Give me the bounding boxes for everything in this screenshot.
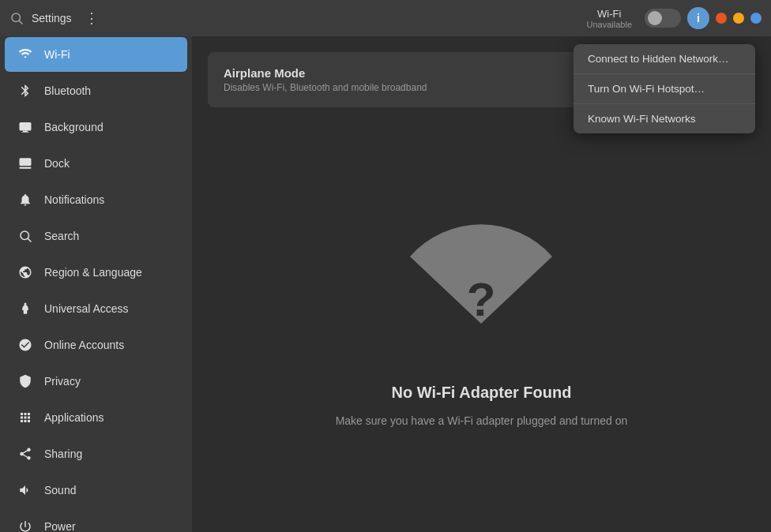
privacy-label: Privacy xyxy=(44,375,81,388)
svg-line-8 xyxy=(28,238,31,242)
notifications-icon xyxy=(17,192,33,208)
minimize-button[interactable] xyxy=(733,13,744,24)
svg-rect-5 xyxy=(20,158,32,166)
maximize-button[interactable] xyxy=(750,13,762,24)
sidebar-item-privacy[interactable]: Privacy xyxy=(5,364,187,399)
wifi-question-icon: ? xyxy=(386,213,576,371)
svg-point-7 xyxy=(21,231,29,240)
wifi-label: Wi-Fi xyxy=(44,48,70,61)
applications-label: Applications xyxy=(44,411,104,424)
wifi-icon xyxy=(17,47,33,62)
dock-icon xyxy=(17,155,33,171)
privacy-icon xyxy=(17,373,33,389)
airplane-mode-description: Disables Wi-Fi, Bluetooth and mobile bro… xyxy=(224,82,427,93)
universal-access-label: Universal Access xyxy=(44,302,129,315)
background-icon xyxy=(17,119,33,135)
sidebar-item-universal-access[interactable]: Universal Access xyxy=(5,291,187,326)
svg-text:?: ? xyxy=(467,273,496,326)
wifi-title-label: Wi-Fi xyxy=(597,8,621,20)
titlebar-left: Settings ⋮ xyxy=(9,6,103,30)
svg-point-0 xyxy=(12,13,21,22)
power-icon xyxy=(17,519,33,532)
sidebar-item-applications[interactable]: Applications xyxy=(5,400,187,435)
sidebar-item-bluetooth[interactable]: Bluetooth xyxy=(5,73,187,108)
bluetooth-label: Bluetooth xyxy=(44,84,91,97)
sidebar-item-sound[interactable]: Sound xyxy=(5,473,187,508)
titlebar-menu-button[interactable]: ⋮ xyxy=(80,6,103,30)
svg-rect-4 xyxy=(22,132,29,133)
svg-line-1 xyxy=(19,21,22,24)
sidebar-item-online-accounts[interactable]: Online Accounts xyxy=(5,328,187,362)
no-wifi-title: No Wi-Fi Adapter Found xyxy=(392,384,572,402)
search-icon xyxy=(17,228,33,244)
dock-label: Dock xyxy=(44,157,70,170)
sidebar: Wi-FiBluetoothBackgroundDockNotification… xyxy=(0,36,192,532)
sharing-label: Sharing xyxy=(44,448,82,460)
sidebar-item-notifications[interactable]: Notifications xyxy=(5,182,187,217)
sidebar-item-dock[interactable]: Dock xyxy=(5,146,187,181)
dropdown-item-2[interactable]: Known Wi-Fi Networks xyxy=(574,104,755,133)
no-wifi-area: ? No Wi-Fi Adapter Found Make sure you h… xyxy=(336,123,628,516)
wifi-toggle[interactable] xyxy=(645,9,681,28)
universal-access-icon xyxy=(17,301,33,317)
search-label: Search xyxy=(44,230,79,242)
content-area: Airplane Mode Disables Wi-Fi, Bluetooth … xyxy=(192,36,771,532)
sidebar-item-background[interactable]: Background xyxy=(5,110,187,144)
dropdown-menu: Connect to Hidden Network…Turn On Wi-Fi … xyxy=(574,44,755,133)
online-accounts-label: Online Accounts xyxy=(44,339,124,351)
svg-rect-2 xyxy=(20,122,32,131)
sound-label: Sound xyxy=(44,484,76,496)
notifications-label: Notifications xyxy=(44,193,104,206)
sound-icon xyxy=(17,482,33,498)
close-button[interactable] xyxy=(716,13,727,24)
power-label: Power xyxy=(44,520,76,532)
titlebar-right: Wi-Fi Unavailable i xyxy=(587,7,762,29)
sidebar-item-sharing[interactable]: Sharing xyxy=(5,436,187,471)
svg-rect-3 xyxy=(23,131,28,133)
search-icon xyxy=(9,11,24,25)
dropdown-item-1[interactable]: Turn On Wi-Fi Hotspot… xyxy=(574,74,755,104)
titlebar: Settings ⋮ Wi-Fi Unavailable i xyxy=(0,0,771,36)
wifi-status-area: Wi-Fi Unavailable xyxy=(587,8,632,29)
sidebar-item-region-language[interactable]: Region & Language xyxy=(5,255,187,290)
region-language-icon xyxy=(17,264,33,280)
info-button[interactable]: i xyxy=(687,7,709,29)
svg-rect-6 xyxy=(20,167,32,169)
applications-icon xyxy=(17,410,33,425)
wifi-status-label: Unavailable xyxy=(587,20,632,29)
sharing-icon xyxy=(17,446,33,462)
online-accounts-icon xyxy=(17,337,33,353)
no-wifi-subtitle: Make sure you have a Wi-Fi adapter plugg… xyxy=(336,414,628,427)
dropdown-item-0[interactable]: Connect to Hidden Network… xyxy=(574,44,755,74)
sidebar-item-power[interactable]: Power xyxy=(5,509,187,532)
svg-rect-11 xyxy=(476,330,487,341)
titlebar-title: Settings xyxy=(32,12,72,24)
background-label: Background xyxy=(44,121,103,133)
bluetooth-icon xyxy=(17,83,33,99)
region-language-label: Region & Language xyxy=(44,266,142,279)
main-layout: Wi-FiBluetoothBackgroundDockNotification… xyxy=(0,36,771,532)
airplane-mode-info: Airplane Mode Disables Wi-Fi, Bluetooth … xyxy=(224,66,427,93)
sidebar-item-search[interactable]: Search xyxy=(5,219,187,253)
sidebar-item-wifi[interactable]: Wi-Fi xyxy=(5,37,187,72)
airplane-mode-title: Airplane Mode xyxy=(224,66,427,80)
